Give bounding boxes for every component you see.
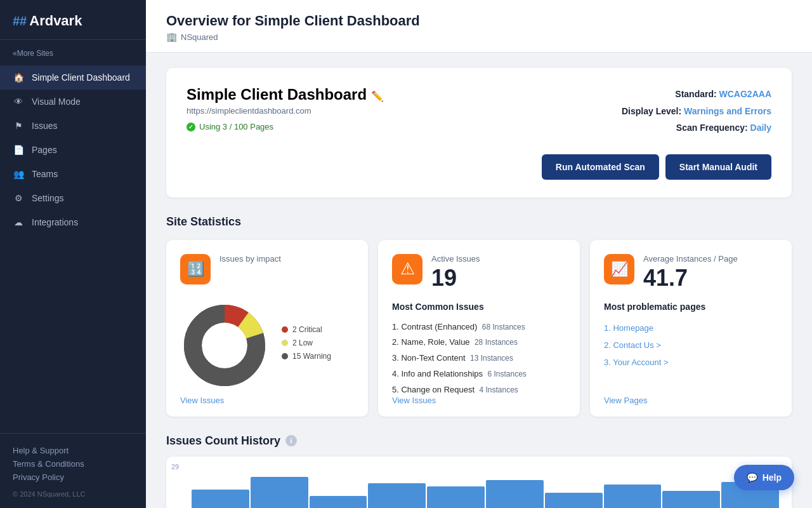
- sidebar-link-privacy-policy[interactable]: Privacy Policy: [13, 471, 133, 484]
- simple-client-dashboard-icon: 🏠: [13, 72, 24, 83]
- integrations-label: Integrations: [32, 217, 78, 227]
- page-title: Overview for Simple Client Dashboard: [166, 13, 792, 29]
- card-header-2: ⚠ Active Issues 19: [392, 254, 566, 291]
- chart-bar: [192, 490, 249, 508]
- donut-chart: [180, 301, 269, 390]
- teams-label: Teams: [32, 169, 58, 179]
- chart-bar: [486, 480, 544, 508]
- active-label: Active Issues: [431, 254, 480, 264]
- y-label: 29: [171, 463, 179, 471]
- donut-legend: 2 Critical 2 Low 15 Warning: [282, 325, 331, 365]
- stats-grid: 🔢 Issues by impact: [166, 240, 792, 417]
- org-info: 🏢 NSquared: [166, 32, 792, 42]
- sidebar-item-pages[interactable]: 📄 Pages: [0, 138, 146, 162]
- issue-2: 2. Name, Role, Value 28 Instances: [392, 335, 566, 351]
- critical-dot: [282, 326, 288, 333]
- sidebar-link-terms-conditions[interactable]: Terms & Conditions: [13, 457, 133, 471]
- chart-bar-group: [192, 490, 249, 508]
- chart-bar-group: [251, 477, 308, 508]
- site-name: Simple Client Dashboard ✏️: [187, 86, 384, 104]
- help-label: Help: [763, 472, 782, 483]
- sidebar-item-settings[interactable]: ⚙ Settings: [0, 186, 146, 210]
- history-title: Issues Count History: [166, 434, 280, 448]
- page-link-1[interactable]: 1. Homepage: [604, 319, 778, 337]
- legend-critical: 2 Critical: [282, 325, 331, 334]
- history-chart: 29: [166, 457, 792, 508]
- standard-link[interactable]: WCAG2AAA: [719, 89, 771, 99]
- site-info: Simple Client Dashboard ✏️ https://simpl…: [187, 86, 384, 131]
- issues-icon: ⚑: [13, 120, 24, 131]
- issue-4: 4. Info and Relationships 6 Instances: [392, 366, 566, 382]
- chart-bar: [545, 493, 603, 508]
- sidebar-link-help-support[interactable]: Help & Support: [13, 444, 133, 457]
- stats-section-title: Site Statistics: [166, 215, 792, 229]
- issues-list: 1. Contrast (Enhanced) 68 Instances 2. N…: [392, 319, 566, 398]
- logo-wordmark: Ardvark: [29, 13, 82, 29]
- page-link-3[interactable]: 3. Your Account >: [604, 354, 778, 371]
- org-icon: 🏢: [166, 32, 177, 42]
- logo-area: ## Ardvark: [0, 0, 146, 40]
- chart-bar-group: [368, 483, 426, 508]
- chart-bar: [427, 486, 485, 508]
- chart-bar-group: [310, 496, 367, 508]
- avg-number: 41.7: [643, 265, 738, 291]
- site-card: Simple Client Dashboard ✏️ https://simpl…: [166, 68, 792, 197]
- view-issues-link-2[interactable]: View Issues: [392, 396, 436, 405]
- chart-bar-group: [662, 491, 720, 508]
- more-sites-link[interactable]: «More Sites: [0, 40, 146, 63]
- avg-icon: 📈: [604, 254, 634, 284]
- info-icon[interactable]: i: [285, 435, 297, 446]
- scan-freq-link[interactable]: Daily: [750, 123, 771, 133]
- view-issues-link-1[interactable]: View Issues: [180, 396, 224, 405]
- help-button[interactable]: 💬 Help: [734, 465, 794, 490]
- copyright: © 2024 NSquared, LLC: [13, 490, 133, 498]
- sidebar: ## Ardvark «More Sites 🏠 Simple Client D…: [0, 0, 146, 508]
- chart-bar-group: [486, 480, 544, 508]
- legend-low: 2 Low: [282, 338, 331, 347]
- settings-label: Settings: [32, 193, 64, 203]
- view-pages-link[interactable]: View Pages: [604, 396, 647, 405]
- sidebar-item-issues[interactable]: ⚑ Issues: [0, 114, 146, 138]
- page-link-2[interactable]: 2. Contact Us >: [604, 337, 778, 354]
- card-header-1: 🔢 Issues by impact: [180, 254, 354, 284]
- warning-dot: [282, 353, 288, 359]
- most-common-title: Most Common Issues: [392, 302, 566, 312]
- start-audit-button[interactable]: Start Manual Audit: [665, 154, 771, 180]
- active-info: Active Issues 19: [431, 254, 480, 291]
- edit-icon[interactable]: ✏️: [371, 91, 384, 102]
- issues-label: Issues: [32, 121, 57, 131]
- main-body: Simple Client Dashboard ✏️ https://simpl…: [146, 53, 812, 508]
- impact-label-text: Issues by impact: [219, 254, 281, 264]
- chart-bar: [662, 491, 720, 508]
- display-level-link[interactable]: Warnings and Errors: [684, 106, 771, 116]
- logo: ## Ardvark: [13, 13, 133, 29]
- simple-client-dashboard-label: Simple Client Dashboard: [32, 72, 130, 83]
- site-url: https://simpleclientdashboard.com: [187, 106, 384, 116]
- pages-icon: 📄: [13, 144, 24, 156]
- avg-label: Average Instances / Page: [643, 254, 738, 264]
- legend-warning: 15 Warning: [282, 352, 331, 361]
- low-dot: [282, 340, 288, 346]
- visual-mode-icon: 👁: [13, 96, 24, 107]
- site-meta: Standard: WCAG2AAA Display Level: Warnin…: [622, 86, 771, 137]
- chart-bar: [604, 485, 662, 508]
- sidebar-nav: 🏠 Simple Client Dashboard 👁 Visual Mode …: [0, 63, 146, 433]
- avg-instances-card: 📈 Average Instances / Page 41.7 Most pro…: [590, 240, 792, 417]
- pages-label: Pages: [32, 145, 57, 155]
- run-scan-button[interactable]: Run Automated Scan: [542, 154, 659, 180]
- integrations-icon: ☁: [13, 217, 24, 228]
- issue-1: 1. Contrast (Enhanced) 68 Instances: [392, 319, 566, 335]
- sidebar-item-simple-client-dashboard[interactable]: 🏠 Simple Client Dashboard: [0, 65, 146, 90]
- chart-bar-group: [604, 485, 662, 508]
- chart-bar: [368, 483, 426, 508]
- site-actions: Run Automated Scan Start Manual Audit: [542, 154, 771, 180]
- sidebar-item-integrations[interactable]: ☁ Integrations: [0, 210, 146, 234]
- sidebar-item-visual-mode[interactable]: 👁 Visual Mode: [0, 90, 146, 114]
- help-chat-icon: 💬: [747, 472, 757, 483]
- impact-label: Issues by impact: [219, 254, 281, 265]
- sidebar-item-teams[interactable]: 👥 Teams: [0, 162, 146, 186]
- chart-bar: [251, 477, 308, 508]
- active-icon: ⚠: [392, 254, 422, 284]
- teams-icon: 👥: [13, 168, 24, 180]
- impact-icon: 🔢: [180, 254, 211, 284]
